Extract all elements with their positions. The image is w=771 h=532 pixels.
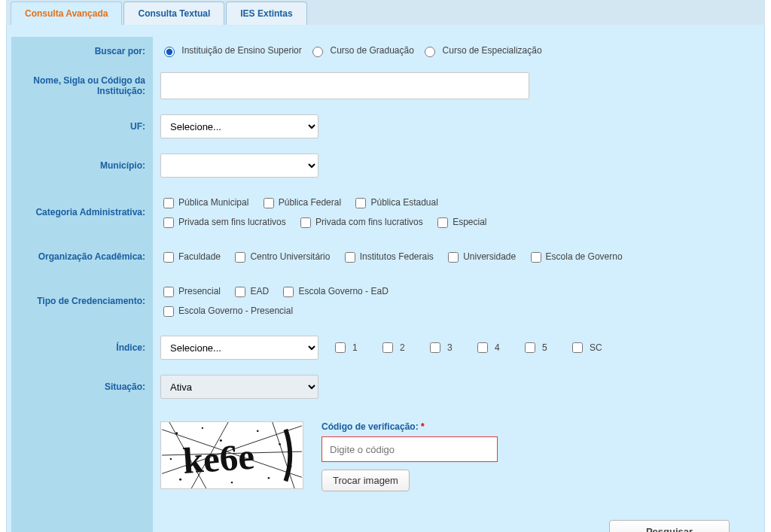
select-uf[interactable]: Selecione...	[160, 114, 318, 138]
cb-centro-universitario[interactable]	[235, 252, 245, 263]
svg-text:ke6e: ke6e	[181, 436, 256, 482]
cb-escola-governo[interactable]	[531, 252, 541, 263]
label-indice: Índice:	[11, 328, 153, 367]
svg-point-13	[231, 482, 233, 483]
radio-instituicao[interactable]	[164, 47, 175, 57]
label-captcha-empty	[11, 406, 153, 506]
label-municipio: Município:	[11, 146, 153, 185]
svg-point-11	[279, 443, 281, 445]
cb-indice-4[interactable]	[477, 342, 488, 353]
svg-point-14	[268, 477, 270, 479]
cb-indice-sc[interactable]	[572, 342, 583, 353]
cb-privada-com-fins[interactable]	[300, 217, 311, 228]
captcha-label: Código de verificação: *	[322, 421, 425, 432]
label-buscar-por: Buscar por:	[11, 37, 153, 65]
input-nome[interactable]	[160, 72, 529, 99]
cb-indice-2[interactable]	[382, 342, 393, 353]
tab-consulta-textual[interactable]: Consulta Textual	[123, 2, 224, 25]
label-situacao: Situação:	[11, 367, 153, 406]
label-organizacao: Organização Acadêmica:	[11, 239, 153, 274]
label-uf: UF:	[11, 107, 153, 146]
cb-universidade[interactable]	[448, 252, 459, 263]
tabs: Consulta Avançada Consulta Textual IES E…	[6, 0, 765, 25]
radio-especializacao-label: Curso de Especialização	[443, 45, 542, 56]
cb-ead[interactable]	[235, 287, 245, 297]
svg-point-10	[257, 430, 259, 432]
cb-presencial[interactable]	[163, 287, 174, 297]
svg-point-8	[202, 427, 203, 429]
cb-indice-5[interactable]	[525, 342, 535, 353]
btn-pesquisar[interactable]: Pesquisar	[609, 520, 730, 532]
cb-publica-estadual[interactable]	[355, 198, 366, 208]
form-panel: Buscar por: Instituição de Ensino Superi…	[6, 25, 765, 532]
cb-escola-governo-presencial[interactable]	[163, 306, 174, 317]
svg-point-7	[175, 432, 178, 434]
cb-indice-3[interactable]	[430, 342, 440, 353]
label-nome: Nome, Sigla ou Código da Instituição:	[11, 65, 153, 107]
select-indice[interactable]: Selecione...	[160, 336, 318, 360]
cb-institutos-federais[interactable]	[345, 252, 355, 263]
cb-faculdade[interactable]	[163, 252, 174, 263]
radio-graduacao[interactable]	[312, 47, 323, 57]
select-situacao[interactable]: Ativa	[160, 375, 318, 399]
radio-instituicao-label: Instituição de Ensino Superior	[181, 45, 301, 56]
captcha-image: ke6e	[160, 421, 303, 489]
label-tipo-cred: Tipo de Credenciamento:	[11, 274, 153, 328]
cb-indice-1[interactable]	[335, 342, 346, 353]
radio-especializacao[interactable]	[425, 47, 435, 57]
tab-consulta-avancada[interactable]: Consulta Avançada	[11, 2, 122, 25]
svg-point-12	[179, 479, 181, 481]
cb-privada-sem-fins[interactable]	[163, 217, 174, 228]
select-municipio[interactable]	[160, 154, 318, 178]
cb-publica-federal[interactable]	[264, 198, 274, 208]
cb-escola-governo-ead[interactable]	[283, 287, 294, 297]
cb-publica-municipal[interactable]	[163, 198, 174, 208]
svg-point-16	[170, 458, 172, 460]
radio-graduacao-label: Curso de Graduação	[330, 45, 413, 56]
cb-especial[interactable]	[437, 217, 448, 228]
label-categoria: Categoria Administrativa:	[11, 185, 153, 239]
tab-ies-extintas[interactable]: IES Extintas	[226, 2, 306, 25]
input-captcha[interactable]	[322, 436, 498, 462]
btn-trocar-imagem[interactable]: Trocar imagem	[322, 470, 410, 491]
